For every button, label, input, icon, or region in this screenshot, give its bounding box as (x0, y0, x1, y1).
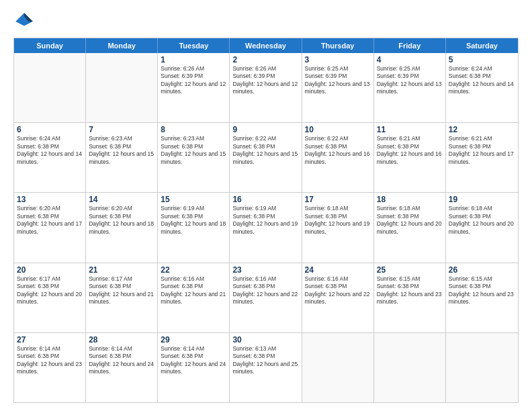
calendar-cell: 29Sunrise: 6:14 AM Sunset: 6:38 PM Dayli… (158, 333, 230, 402)
logo-icon (13, 11, 35, 32)
day-number: 14 (89, 195, 154, 204)
day-number: 30 (232, 335, 298, 345)
day-number: 2 (232, 55, 298, 64)
day-number: 23 (232, 265, 298, 275)
day-number: 6 (17, 125, 83, 134)
calendar-cell: 12Sunrise: 6:21 AM Sunset: 6:38 PM Dayli… (446, 123, 518, 192)
cell-info: Sunrise: 6:16 AM Sunset: 6:38 PM Dayligh… (305, 275, 371, 306)
calendar: SundayMondayTuesdayWednesdayThursdayFrid… (13, 38, 519, 403)
cell-info: Sunrise: 6:21 AM Sunset: 6:38 PM Dayligh… (377, 135, 443, 166)
cell-info: Sunrise: 6:25 AM Sunset: 6:39 PM Dayligh… (377, 65, 443, 96)
cell-info: Sunrise: 6:22 AM Sunset: 6:38 PM Dayligh… (232, 135, 298, 166)
calendar-cell: 24Sunrise: 6:16 AM Sunset: 6:38 PM Dayli… (302, 263, 374, 332)
cell-info: Sunrise: 6:14 AM Sunset: 6:38 PM Dayligh… (89, 345, 154, 376)
day-number: 18 (377, 195, 443, 204)
cell-info: Sunrise: 6:14 AM Sunset: 6:38 PM Dayligh… (17, 345, 83, 376)
calendar-cell (446, 333, 518, 402)
day-number: 27 (17, 335, 83, 345)
day-number: 20 (17, 265, 83, 275)
day-number: 4 (377, 55, 443, 64)
day-number: 3 (305, 55, 371, 64)
header-cell-sunday: Sunday (14, 38, 86, 53)
cell-info: Sunrise: 6:15 AM Sunset: 6:38 PM Dayligh… (449, 275, 515, 306)
calendar-cell: 25Sunrise: 6:15 AM Sunset: 6:38 PM Dayli… (374, 263, 446, 332)
calendar-cell: 7Sunrise: 6:23 AM Sunset: 6:38 PM Daylig… (86, 123, 158, 192)
day-number: 15 (161, 195, 226, 204)
header-cell-friday: Friday (374, 38, 446, 53)
cell-info: Sunrise: 6:23 AM Sunset: 6:38 PM Dayligh… (89, 135, 154, 166)
logo (13, 11, 39, 32)
cell-info: Sunrise: 6:24 AM Sunset: 6:38 PM Dayligh… (17, 135, 83, 166)
header-cell-monday: Monday (86, 38, 158, 53)
day-number: 12 (449, 125, 515, 134)
calendar-cell: 9Sunrise: 6:22 AM Sunset: 6:38 PM Daylig… (230, 123, 302, 192)
calendar-cell (14, 53, 86, 122)
cell-info: Sunrise: 6:22 AM Sunset: 6:38 PM Dayligh… (305, 135, 371, 166)
cell-info: Sunrise: 6:24 AM Sunset: 6:38 PM Dayligh… (449, 65, 515, 96)
calendar-cell (302, 333, 374, 402)
calendar-cell: 30Sunrise: 6:13 AM Sunset: 6:38 PM Dayli… (230, 333, 302, 402)
day-number: 22 (161, 265, 226, 275)
calendar-cell: 21Sunrise: 6:17 AM Sunset: 6:38 PM Dayli… (86, 263, 158, 332)
calendar-cell (374, 333, 446, 402)
header-cell-tuesday: Tuesday (158, 38, 230, 53)
calendar-cell: 13Sunrise: 6:20 AM Sunset: 6:38 PM Dayli… (14, 193, 86, 262)
day-number: 21 (89, 265, 154, 275)
day-number: 13 (17, 195, 83, 204)
cell-info: Sunrise: 6:17 AM Sunset: 6:38 PM Dayligh… (17, 275, 83, 306)
calendar-cell: 23Sunrise: 6:16 AM Sunset: 6:38 PM Dayli… (230, 263, 302, 332)
day-number: 10 (305, 125, 371, 134)
calendar-cell: 18Sunrise: 6:18 AM Sunset: 6:38 PM Dayli… (374, 193, 446, 262)
calendar-row-4: 20Sunrise: 6:17 AM Sunset: 6:38 PM Dayli… (14, 263, 518, 333)
cell-info: Sunrise: 6:20 AM Sunset: 6:38 PM Dayligh… (89, 205, 154, 236)
cell-info: Sunrise: 6:26 AM Sunset: 6:39 PM Dayligh… (161, 65, 226, 96)
day-number: 11 (377, 125, 443, 134)
calendar-cell (86, 53, 158, 122)
calendar-cell: 15Sunrise: 6:19 AM Sunset: 6:38 PM Dayli… (158, 193, 230, 262)
calendar-cell: 16Sunrise: 6:19 AM Sunset: 6:38 PM Dayli… (230, 193, 302, 262)
calendar-cell: 28Sunrise: 6:14 AM Sunset: 6:38 PM Dayli… (86, 333, 158, 402)
cell-info: Sunrise: 6:20 AM Sunset: 6:38 PM Dayligh… (17, 205, 83, 236)
calendar-cell: 26Sunrise: 6:15 AM Sunset: 6:38 PM Dayli… (446, 263, 518, 332)
day-number: 8 (161, 125, 226, 134)
calendar-body: 1Sunrise: 6:26 AM Sunset: 6:39 PM Daylig… (14, 53, 518, 402)
cell-info: Sunrise: 6:15 AM Sunset: 6:38 PM Dayligh… (377, 275, 443, 306)
calendar-row-5: 27Sunrise: 6:14 AM Sunset: 6:38 PM Dayli… (14, 333, 518, 402)
day-number: 5 (449, 55, 515, 64)
calendar-cell: 11Sunrise: 6:21 AM Sunset: 6:38 PM Dayli… (374, 123, 446, 192)
cell-info: Sunrise: 6:16 AM Sunset: 6:38 PM Dayligh… (232, 275, 298, 306)
calendar-row-2: 6Sunrise: 6:24 AM Sunset: 6:38 PM Daylig… (14, 123, 518, 193)
calendar-row-3: 13Sunrise: 6:20 AM Sunset: 6:38 PM Dayli… (14, 193, 518, 263)
calendar-cell: 14Sunrise: 6:20 AM Sunset: 6:38 PM Dayli… (86, 193, 158, 262)
calendar-cell: 17Sunrise: 6:18 AM Sunset: 6:38 PM Dayli… (302, 193, 374, 262)
calendar-cell: 20Sunrise: 6:17 AM Sunset: 6:38 PM Dayli… (14, 263, 86, 332)
day-number: 7 (89, 125, 154, 134)
cell-info: Sunrise: 6:25 AM Sunset: 6:39 PM Dayligh… (305, 65, 371, 96)
cell-info: Sunrise: 6:26 AM Sunset: 6:39 PM Dayligh… (232, 65, 298, 96)
day-number: 17 (305, 195, 371, 204)
day-number: 26 (449, 265, 515, 275)
header-cell-thursday: Thursday (302, 38, 374, 53)
day-number: 16 (232, 195, 298, 204)
day-number: 28 (89, 335, 154, 345)
cell-info: Sunrise: 6:21 AM Sunset: 6:38 PM Dayligh… (449, 135, 515, 166)
calendar-cell: 2Sunrise: 6:26 AM Sunset: 6:39 PM Daylig… (230, 53, 302, 122)
day-number: 29 (161, 335, 226, 345)
day-number: 25 (377, 265, 443, 275)
cell-info: Sunrise: 6:14 AM Sunset: 6:38 PM Dayligh… (161, 345, 226, 376)
calendar-header: SundayMondayTuesdayWednesdayThursdayFrid… (14, 38, 518, 53)
calendar-cell: 6Sunrise: 6:24 AM Sunset: 6:38 PM Daylig… (14, 123, 86, 192)
day-number: 19 (449, 195, 515, 204)
day-number: 1 (161, 55, 226, 64)
calendar-row-1: 1Sunrise: 6:26 AM Sunset: 6:39 PM Daylig… (14, 53, 518, 123)
cell-info: Sunrise: 6:18 AM Sunset: 6:38 PM Dayligh… (449, 205, 515, 236)
calendar-cell: 3Sunrise: 6:25 AM Sunset: 6:39 PM Daylig… (302, 53, 374, 122)
calendar-cell: 1Sunrise: 6:26 AM Sunset: 6:39 PM Daylig… (158, 53, 230, 122)
cell-info: Sunrise: 6:13 AM Sunset: 6:38 PM Dayligh… (232, 345, 298, 376)
calendar-cell: 10Sunrise: 6:22 AM Sunset: 6:38 PM Dayli… (302, 123, 374, 192)
header (13, 11, 519, 32)
day-number: 9 (232, 125, 298, 134)
cell-info: Sunrise: 6:18 AM Sunset: 6:38 PM Dayligh… (377, 205, 443, 236)
calendar-cell: 22Sunrise: 6:16 AM Sunset: 6:38 PM Dayli… (158, 263, 230, 332)
page: SundayMondayTuesdayWednesdayThursdayFrid… (0, 0, 532, 411)
